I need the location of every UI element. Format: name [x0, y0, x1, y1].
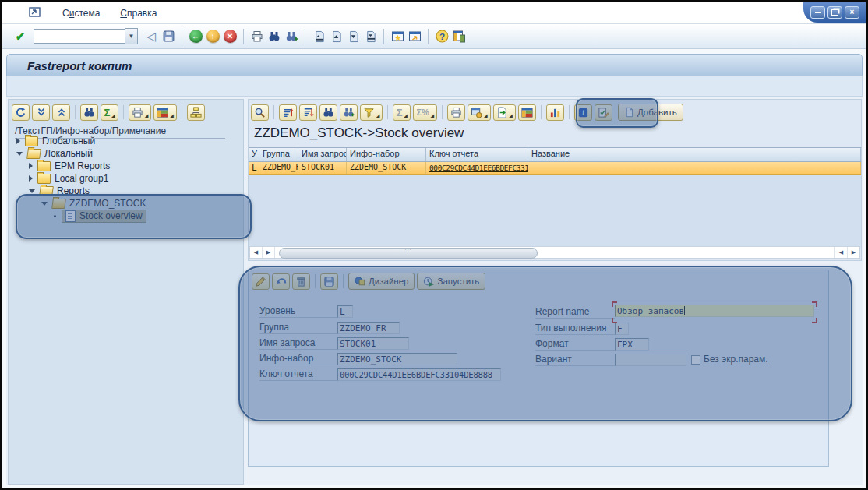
report-name-field[interactable]: Обзор запасов	[615, 305, 814, 317]
tree-find-button[interactable]	[80, 104, 98, 121]
column-header-infoset[interactable]: Инфо-набор	[347, 148, 426, 161]
scroll-left-icon[interactable]: ◀	[834, 247, 847, 258]
selected-tree-node[interactable]: Stock overview	[62, 210, 146, 223]
save-icon[interactable]	[161, 29, 176, 44]
cancel-icon[interactable]: ✕	[224, 30, 237, 43]
hierarchy-button[interactable]	[187, 104, 205, 121]
tree-layout-button[interactable]: ◢	[153, 104, 176, 121]
command-dropdown-icon[interactable]: ▼	[125, 28, 138, 44]
expander-expanded-icon[interactable]	[41, 202, 48, 206]
subtotals-button[interactable]: Σ%◢	[413, 104, 437, 121]
infoset-field[interactable]: ZZDEMO_STOCK	[337, 353, 457, 365]
column-header-u[interactable]: У	[249, 148, 259, 161]
refresh-button[interactable]	[12, 104, 30, 121]
restore-button[interactable]	[827, 6, 842, 19]
tree-item-stock-overview[interactable]: Stock overview	[54, 210, 146, 222]
scroll-right-icon[interactable]: ▶	[263, 247, 275, 258]
field-label: Группа	[259, 322, 337, 334]
next-page-icon[interactable]	[345, 29, 361, 44]
check-entries-button[interactable]	[595, 104, 612, 121]
format-field[interactable]: FPX	[615, 338, 649, 351]
tree-item-global[interactable]: Глобальный	[16, 135, 95, 147]
add-button[interactable]: Добавить	[618, 104, 683, 121]
alv-print-button[interactable]	[447, 104, 465, 121]
menu-help[interactable]: Справка	[120, 8, 157, 19]
tree-print-button[interactable]: ◢	[129, 104, 151, 121]
undo-button[interactable]	[272, 273, 290, 290]
create-shortcut-icon[interactable]	[407, 29, 422, 44]
tree-item-local[interactable]: Локальный	[16, 147, 93, 160]
expander-expanded-icon[interactable]	[16, 152, 23, 156]
column-header-name[interactable]: Название	[528, 148, 861, 161]
enter-check-icon[interactable]: ✔	[12, 29, 28, 44]
no-screen-params-checkbox[interactable]	[691, 355, 700, 365]
edit-button[interactable]	[252, 273, 270, 290]
info-button[interactable]: i	[574, 104, 592, 121]
expander-collapsed-icon[interactable]	[29, 175, 33, 182]
graphic-button[interactable]	[546, 104, 564, 121]
scrollbar-track[interactable]	[275, 247, 834, 258]
help-icon[interactable]: ?	[434, 29, 450, 44]
new-session-icon[interactable]	[390, 29, 405, 44]
tree-sum-button[interactable]: Σ◢	[101, 104, 118, 121]
back-triangle-icon[interactable]: ◁	[143, 29, 159, 44]
report-key-field[interactable]: 000C29CDC44D1EE6BDEFC33104DE8888	[337, 368, 501, 381]
page-title: Fastreport кокпит	[27, 59, 132, 72]
previous-page-icon[interactable]	[328, 29, 344, 44]
details-button[interactable]	[251, 104, 269, 121]
menu-system[interactable]: Система	[62, 8, 100, 19]
designer-button[interactable]: Дизайнер	[348, 273, 415, 290]
minimize-button[interactable]	[810, 6, 825, 19]
tree-item-epm-reports[interactable]: EPM Reports	[29, 160, 110, 172]
set-filter-button[interactable]: ◢	[360, 104, 383, 121]
alv-find-button[interactable]	[319, 104, 337, 121]
back-icon[interactable]: ←	[189, 30, 203, 43]
system-menu-icon[interactable]	[29, 7, 42, 19]
expander-collapsed-icon[interactable]	[16, 138, 20, 144]
sort-descending-button[interactable]	[299, 104, 317, 121]
delete-button[interactable]	[292, 273, 310, 290]
expander-expanded-icon[interactable]	[29, 189, 35, 193]
field-row-format: Формат FPX	[535, 337, 649, 351]
tree-item-label: Локальный	[44, 148, 93, 159]
tree-item-local-group1[interactable]: Local group1	[29, 172, 108, 185]
expander-collapsed-icon[interactable]	[29, 163, 33, 169]
expand-all-button[interactable]	[32, 104, 50, 121]
tree-item-zzdemo-stock[interactable]: ZZDEMO_STOCK	[41, 197, 146, 210]
views-button[interactable]: ◢	[468, 104, 490, 121]
first-page-icon[interactable]	[311, 29, 326, 44]
level-field[interactable]: L	[337, 305, 353, 318]
cell-infoset: ZZDEMO_STOCK	[347, 162, 426, 174]
column-header-query[interactable]: Имя запроса	[298, 148, 347, 161]
query-name-field[interactable]: STOCK01	[337, 337, 409, 350]
customize-layout-icon[interactable]	[451, 29, 467, 44]
scroll-right-icon[interactable]: ▶	[847, 247, 859, 258]
find-next-icon[interactable]	[284, 29, 299, 44]
choose-layout-button[interactable]	[518, 104, 536, 121]
run-type-field[interactable]: F	[615, 323, 629, 335]
collapse-all-button[interactable]	[52, 104, 70, 121]
sort-ascending-button[interactable]	[279, 104, 297, 121]
form-save-button[interactable]	[320, 273, 338, 290]
group-field[interactable]: ZZDEMO_FR	[337, 322, 400, 334]
report-key-link[interactable]: 000C29CDC44D1EE6BDEFC33104DE88..	[429, 164, 528, 172]
column-header-group[interactable]: Группа	[259, 148, 298, 161]
scrollbar-thumb[interactable]	[279, 248, 538, 259]
command-field[interactable]	[34, 29, 125, 44]
alv-find-next-button[interactable]	[340, 104, 358, 121]
table-row[interactable]: L ZZDEMO_FR STOCK01 ZZDEMO_STOCK 000C29C…	[249, 162, 861, 175]
horizontal-scrollbar[interactable]: ◀ ▶ ◀ ▶	[249, 246, 860, 259]
export-button[interactable]: ◢	[493, 104, 516, 121]
field-label: Имя запроса	[259, 337, 337, 350]
print-icon[interactable]	[249, 29, 265, 44]
column-header-reportkey[interactable]: Ключ отчета	[426, 148, 528, 161]
variant-field[interactable]	[615, 354, 686, 366]
last-page-icon[interactable]	[362, 29, 378, 44]
sum-button[interactable]: Σ◢	[393, 104, 411, 121]
exit-icon[interactable]: ↑	[206, 30, 220, 43]
tree-item-reports[interactable]: Reports	[29, 185, 90, 197]
close-button[interactable]: ×	[845, 6, 859, 19]
run-button[interactable]: Запустить	[417, 273, 485, 290]
scroll-left-icon[interactable]: ◀	[250, 247, 263, 258]
find-icon[interactable]	[266, 29, 282, 44]
